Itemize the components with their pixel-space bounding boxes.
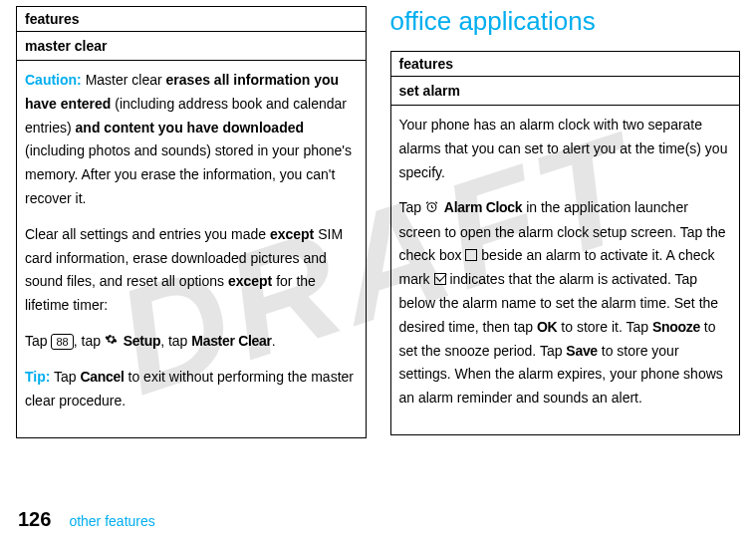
save-label: Save (566, 343, 598, 359)
r-p2e: to store it. Tap (557, 319, 651, 335)
footer-text: other features (69, 513, 154, 529)
features-header-right: features (391, 52, 740, 77)
page-footer: 126 other features (18, 508, 155, 531)
body-master-clear: Caution: Master clear erases all informa… (17, 61, 366, 437)
alarm-intro: Your phone has an alarm clock with two s… (399, 114, 732, 184)
caution-bold-2: and content you have downloaded (76, 120, 304, 136)
r-p2a: Tap (399, 199, 425, 215)
body-set-alarm: Your phone has an alarm clock with two s… (391, 106, 740, 434)
section-title-office: office applications (390, 6, 741, 37)
right-column: office applications features set alarm Y… (390, 0, 741, 438)
tip-label: Tip: (25, 369, 50, 385)
p2-bold2: except (228, 273, 272, 289)
alarm-instructions: Tap Alarm Clock in the application launc… (399, 196, 732, 410)
caution-paragraph: Caution: Master clear erases all informa… (25, 69, 358, 211)
snooze-label: Snooze (652, 319, 700, 335)
setup-label: Setup (124, 333, 160, 349)
p3-c: , tap (160, 333, 191, 349)
features-header-left: features (17, 7, 366, 32)
tip-paragraph: Tip: Tap Cancel to exit without performi… (25, 366, 358, 413)
tap-instruction: Tap 88, tap Setup, tap Master Clear. (25, 330, 358, 354)
feature-box-set-alarm: features set alarm Your phone has an ala… (390, 51, 741, 435)
alarm-clock-label: Alarm Clock (444, 199, 522, 215)
cancel-label: Cancel (81, 369, 125, 385)
p2-bold1: except (270, 226, 314, 242)
page-columns: features master clear Caution: Master cl… (0, 0, 756, 438)
left-column: features master clear Caution: Master cl… (16, 0, 367, 438)
p2-a: Clear all settings and entries you made (25, 226, 270, 242)
ok-label: OK (537, 319, 557, 335)
p3-d: . (272, 333, 276, 349)
tip-a: Tap (50, 369, 80, 385)
except-paragraph: Clear all settings and entries you made … (25, 223, 358, 318)
gear-icon (105, 330, 118, 354)
caution-label: Caution: (25, 72, 82, 88)
master-clear-label: Master Clear (191, 333, 271, 349)
p3-a: Tap (25, 333, 51, 349)
subheader-set-alarm: set alarm (391, 77, 740, 106)
feature-box-master-clear: features master clear Caution: Master cl… (16, 6, 367, 438)
p3-b: , tap (74, 333, 105, 349)
checkbox-checked-icon (434, 273, 446, 285)
checkbox-empty-icon (465, 249, 477, 261)
caution-text-c: (including photos and sounds) stored in … (25, 142, 352, 206)
subheader-master-clear: master clear (17, 32, 366, 61)
alarm-clock-icon (425, 197, 438, 221)
page-number: 126 (18, 508, 51, 531)
caution-text-a: Master clear (82, 72, 166, 88)
key-88-icon: 88 (51, 334, 73, 350)
